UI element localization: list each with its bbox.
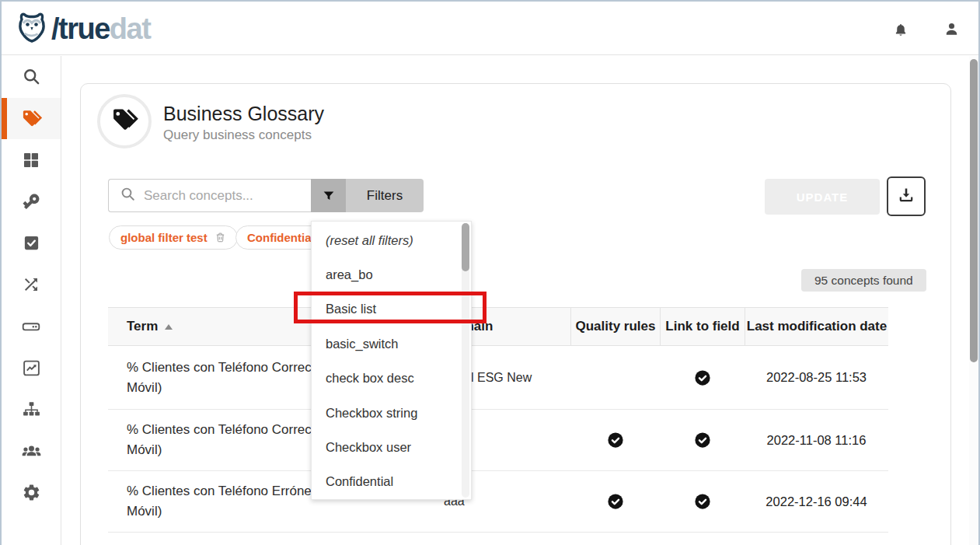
sidebar-item-structures[interactable]	[2, 389, 61, 431]
dropdown-item-checkbox-string[interactable]: Checkbox string	[312, 396, 471, 430]
drive-icon	[21, 316, 41, 337]
users-icon	[21, 441, 42, 462]
quality-rules-cell	[570, 410, 660, 470]
dropdown-item-checkbox-user[interactable]: Checkbox user	[312, 430, 471, 464]
module-circle	[97, 94, 152, 148]
sidebar-item-lineage[interactable]	[2, 264, 61, 306]
download-button[interactable]	[887, 176, 926, 216]
last-modification-date-cell: 2022-08-25 11:53	[745, 346, 888, 409]
check-circle-icon	[607, 493, 624, 510]
quality-rules-cell	[570, 471, 660, 532]
link-to-field-cell	[660, 346, 745, 409]
brand-wordmark: /truedat	[51, 11, 150, 47]
update-button[interactable]: UPDATE	[765, 179, 880, 215]
last-modification-date-cell: 2022-11-08 11:16	[745, 410, 888, 470]
filter-chip-label: Confidential	[247, 231, 315, 244]
glossary-card: Business Glossary Query business concept…	[80, 83, 951, 545]
page-title: Business Glossary	[163, 103, 324, 125]
filters-dropdown: (reset all filters) area_bo Basic list b…	[311, 221, 472, 500]
dropdown-item-basic-list[interactable]: Basic list	[312, 292, 471, 327]
sidebar-item-search[interactable]	[2, 56, 61, 98]
truedat-logo[interactable]: /truedat	[14, 9, 150, 48]
sitemap-icon	[22, 400, 41, 419]
sidebar-item-data-sources[interactable]	[2, 306, 61, 348]
table-row[interactable]: % Clientes con Teléfono Correct Móvil)	[108, 410, 888, 471]
sidebar-item-glossary[interactable]	[2, 98, 61, 140]
link-to-field-cell	[660, 471, 745, 532]
download-icon	[897, 186, 915, 208]
user-profile-icon[interactable]	[943, 20, 960, 37]
sidebar-item-quality[interactable]	[2, 348, 61, 390]
dropdown-item-basic-switch[interactable]: basic_switch	[312, 327, 471, 361]
glossary-tags-icon	[110, 105, 139, 138]
dropdown-item-check-box-desc[interactable]: check box desc	[312, 362, 471, 396]
dropdown-item-area-bo[interactable]: area_bo	[312, 257, 471, 292]
column-header-quality-rules[interactable]: Quality rules	[570, 308, 660, 345]
check-square-icon	[23, 234, 40, 252]
search-concepts-input[interactable]	[144, 188, 291, 204]
page-scrollbar-thumb[interactable]	[970, 59, 978, 362]
topbar: /truedat	[2, 2, 978, 55]
sidebar	[2, 56, 61, 545]
check-circle-icon	[694, 493, 711, 510]
check-circle-icon	[607, 431, 624, 449]
gear-icon	[22, 483, 41, 502]
sidebar-item-modules[interactable]	[2, 139, 61, 181]
chart-icon	[22, 358, 41, 378]
funnel-icon	[311, 179, 346, 212]
owl-logo-icon	[14, 9, 50, 48]
link-to-field-cell	[660, 410, 745, 470]
page-subtitle: Query business concepts	[163, 128, 312, 143]
grid-icon	[22, 151, 40, 169]
dropdown-item-confidential[interactable]: Confidential	[312, 465, 471, 499]
shuffle-icon	[22, 275, 40, 294]
dropdown-item-reset-all-filters[interactable]: (reset all filters)	[312, 223, 471, 257]
check-circle-icon	[694, 369, 711, 386]
key-icon	[22, 192, 41, 211]
tags-icon	[20, 107, 43, 130]
search-icon	[109, 186, 136, 205]
notifications-bell-icon[interactable]	[892, 22, 909, 39]
check-circle-icon	[694, 431, 711, 449]
column-header-link-to-field[interactable]: Link to field	[660, 308, 745, 345]
sidebar-item-permissions[interactable]	[2, 181, 61, 223]
main-content: Business Glossary Query business concept…	[62, 56, 972, 545]
page-scrollbar-track[interactable]	[969, 56, 978, 545]
sort-ascending-icon	[165, 324, 173, 330]
sidebar-item-groups[interactable]	[2, 431, 61, 473]
table-row[interactable]: % Clientes con Teléfono Correct Móvil) l…	[108, 346, 888, 410]
trash-icon[interactable]	[214, 232, 226, 243]
dropdown-scrollbar-thumb[interactable]	[462, 223, 469, 271]
sidebar-item-settings[interactable]	[2, 472, 61, 514]
filter-chip-global-filter-test[interactable]: global filter test	[109, 225, 238, 250]
table-row[interactable]: % Clientes con Teléfono Erróneo Móvil) a…	[108, 471, 888, 533]
app-window: /truedat	[0, 0, 980, 545]
filters-button[interactable]: Filters	[311, 179, 424, 212]
quality-rules-cell	[570, 346, 660, 409]
column-header-last-modification-date[interactable]: Last modification date	[745, 308, 888, 345]
search-concepts-box	[108, 179, 311, 212]
table-header-row: Term Domain Quality rules Link to field …	[108, 307, 888, 346]
filters-button-label: Filters	[346, 179, 424, 212]
dropdown-scrollbar-track[interactable]	[462, 223, 469, 498]
results-count-badge: 95 concepts found	[801, 269, 926, 292]
sidebar-item-rules[interactable]	[2, 222, 61, 264]
search-icon	[22, 67, 41, 86]
concepts-table: Term Domain Quality rules Link to field …	[108, 307, 888, 545]
table-row	[108, 533, 888, 545]
last-modification-date-cell: 2022-12-16 09:44	[745, 471, 888, 532]
filter-chip-label: global filter test	[120, 231, 208, 244]
